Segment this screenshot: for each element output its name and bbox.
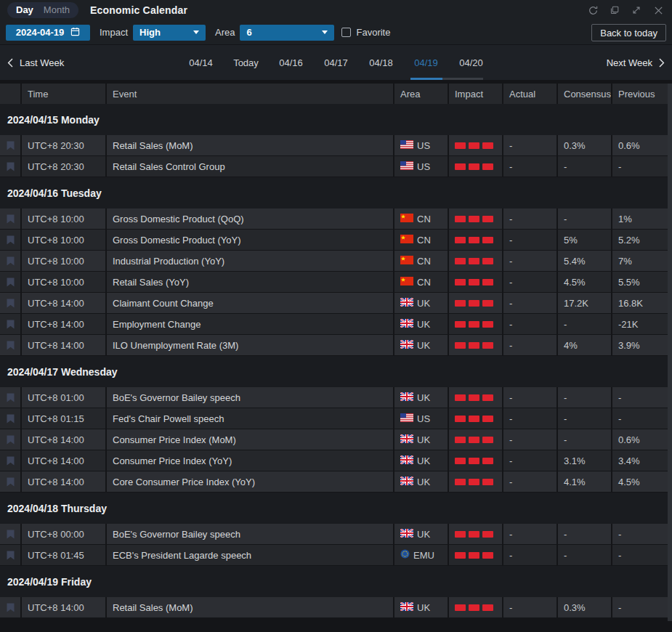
bookmark-icon[interactable] — [0, 429, 20, 450]
event-row[interactable]: UTC+8 14:00Employment ChangeUK---21K — [0, 314, 672, 335]
bookmark-icon[interactable] — [0, 251, 20, 272]
last-week-button[interactable]: Last Week — [7, 57, 64, 68]
view-tab-month[interactable]: Month — [44, 2, 70, 18]
titlebar: DayMonth Economic Calendar — [0, 0, 672, 20]
column-header-consensus: Consensus — [556, 84, 611, 104]
event-actual: - — [502, 156, 556, 177]
event-impact — [448, 230, 502, 251]
refresh-icon[interactable] — [586, 4, 599, 17]
bookmark-icon[interactable] — [0, 387, 20, 408]
bookmark-icon[interactable] — [0, 272, 20, 293]
event-consensus: 4.1% — [556, 471, 611, 493]
event-impact — [448, 272, 502, 293]
event-consensus: 4% — [556, 335, 611, 356]
day-month-toggle: DayMonth — [7, 2, 78, 18]
event-row[interactable]: UTC+8 20:30Retail Sales (MoM)US-0.3%0.6% — [0, 135, 672, 156]
event-consensus: 0.3% — [556, 597, 611, 618]
bookmark-icon[interactable] — [0, 230, 20, 251]
day-tab-04-18[interactable]: 04/18 — [359, 45, 404, 80]
event-name: Core Consumer Price Index (YoY) — [105, 471, 393, 493]
impact-high-bars — [455, 300, 493, 307]
day-tab-04-19[interactable]: 04/19 — [404, 45, 449, 80]
area-select[interactable]: 6 — [240, 25, 334, 41]
event-row[interactable]: UTC+8 00:00BoE's Governor Bailey speechU… — [0, 524, 672, 545]
bookmark-icon[interactable] — [0, 135, 20, 156]
back-to-today-button[interactable]: Back to today — [591, 24, 666, 41]
chevron-down-icon — [322, 31, 328, 34]
day-tab-04-20[interactable]: 04/20 — [449, 45, 494, 80]
event-row[interactable]: UTC+8 01:15Fed's Chair Powell speechUS--… — [0, 408, 672, 429]
bookmark-icon[interactable] — [0, 208, 20, 230]
next-week-button[interactable]: Next Week — [607, 57, 665, 68]
event-actual: - — [502, 251, 556, 272]
favorite-label: Favorite — [356, 27, 390, 38]
bookmark-icon[interactable] — [0, 156, 20, 177]
view-tab-day[interactable]: Day — [16, 2, 33, 18]
event-row[interactable]: UTC+8 01:00BoE's Governor Bailey speechU… — [0, 387, 672, 408]
event-row[interactable]: UTC+8 14:00Retail Sales (MoM)UK-0.3%- — [0, 597, 672, 618]
event-row[interactable]: UTC+8 10:00Gross Domestic Product (QoQ)C… — [0, 208, 672, 230]
expand-icon[interactable] — [630, 4, 643, 17]
scrollbar-thumb[interactable] — [668, 84, 672, 621]
impact-high-bars — [455, 342, 493, 349]
event-previous: 7% — [611, 251, 672, 272]
bookmark-icon[interactable] — [0, 524, 20, 545]
bookmark-icon[interactable] — [0, 450, 20, 471]
event-row[interactable]: UTC+8 20:30Retail Sales Control GroupUS-… — [0, 156, 672, 177]
favorite-checkbox[interactable]: Favorite — [341, 27, 390, 38]
day-tab-today[interactable]: Today — [224, 45, 269, 80]
event-consensus: 5.4% — [556, 251, 611, 272]
event-name: Retail Sales Control Group — [105, 156, 393, 177]
event-impact — [448, 408, 502, 429]
event-area: US — [393, 156, 448, 177]
event-actual: - — [502, 450, 556, 471]
event-row[interactable]: UTC+8 01:45ECB's President Lagarde speec… — [0, 545, 672, 566]
day-tab-04-17[interactable]: 04/17 — [314, 45, 359, 80]
event-area: UK — [393, 450, 448, 471]
event-impact — [448, 545, 502, 566]
bookmark-icon[interactable] — [0, 335, 20, 356]
area-label: Area — [215, 27, 235, 38]
bookmark-icon[interactable] — [0, 545, 20, 566]
event-previous: 3.9% — [611, 335, 672, 356]
event-consensus: 0.3% — [556, 135, 611, 156]
calendar-table: TimeEventAreaImpactActualConsensusPrevio… — [0, 84, 672, 618]
duplicate-icon[interactable] — [608, 4, 621, 17]
event-name: Retail Sales (MoM) — [105, 597, 393, 618]
day-tab-04-16[interactable]: 04/16 — [269, 45, 314, 80]
table-header-row: TimeEventAreaImpactActualConsensusPrevio… — [0, 84, 672, 104]
event-time: UTC+8 20:30 — [20, 135, 105, 156]
impact-high-bars — [455, 321, 493, 328]
event-impact — [448, 335, 502, 356]
bookmark-icon[interactable] — [0, 314, 20, 335]
column-header-impact: Impact — [448, 84, 502, 104]
event-name: Gross Domestic Product (QoQ) — [105, 208, 393, 230]
event-area: CN — [393, 230, 448, 251]
event-area: US — [393, 408, 448, 429]
event-row[interactable]: UTC+8 14:00Core Consumer Price Index (Yo… — [0, 471, 672, 493]
bookmark-icon[interactable] — [0, 597, 20, 618]
day-tab-04-14[interactable]: 04/14 — [179, 45, 224, 80]
event-row[interactable]: UTC+8 14:00Consumer Price Index (MoM)UK-… — [0, 429, 672, 450]
bookmark-icon[interactable] — [0, 293, 20, 314]
event-row[interactable]: UTC+8 10:00Retail Sales (YoY)CN-4.5%5.5% — [0, 272, 672, 293]
vertical-scrollbar[interactable] — [668, 84, 672, 621]
event-row[interactable]: UTC+8 14:00Consumer Price Index (YoY)UK-… — [0, 450, 672, 471]
event-name: ECB's President Lagarde speech — [105, 545, 393, 566]
event-row[interactable]: UTC+8 10:00Gross Domestic Product (YoY)C… — [0, 230, 672, 251]
date-input[interactable]: 2024-04-19 — [6, 25, 90, 41]
bookmark-icon[interactable] — [0, 471, 20, 493]
flag-icon-cn — [400, 256, 413, 267]
event-previous: - — [611, 524, 672, 545]
event-row[interactable]: UTC+8 14:00Claimant Count ChangeUK-17.2K… — [0, 293, 672, 314]
area-select-value: 6 — [246, 27, 251, 38]
event-row[interactable]: UTC+8 10:00Industrial Production (YoY)CN… — [0, 251, 672, 272]
event-row[interactable]: UTC+8 14:00ILO Unemployment Rate (3M)UK-… — [0, 335, 672, 356]
event-time: UTC+8 14:00 — [20, 597, 105, 618]
flag-icon-uk — [400, 529, 413, 540]
event-name: Claimant Count Change — [105, 293, 393, 314]
impact-select[interactable]: High — [133, 25, 206, 41]
close-icon[interactable] — [652, 4, 665, 17]
event-previous: 5.5% — [611, 272, 672, 293]
bookmark-icon[interactable] — [0, 408, 20, 429]
